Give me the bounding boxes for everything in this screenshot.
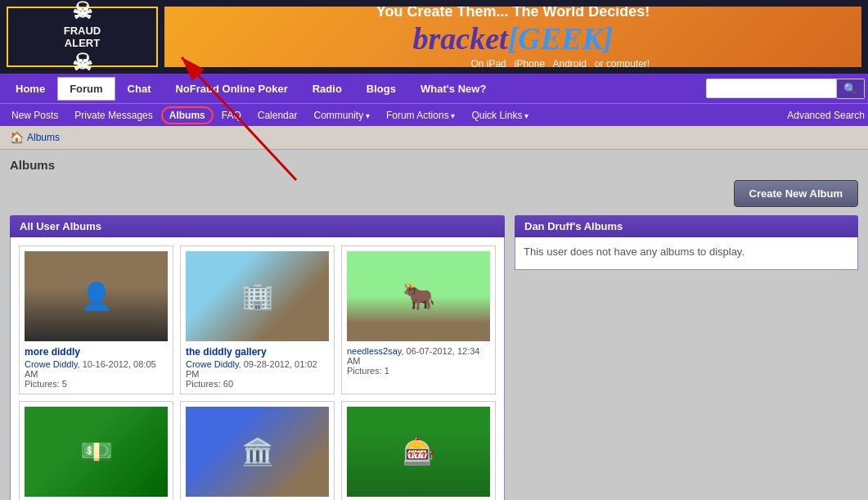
album-card[interactable]: 🏢 the diddly gallery Crowe Diddly, 09-28…	[180, 245, 335, 394]
page-title: Albums	[10, 158, 858, 172]
breadcrumb: 🏠 Albums	[0, 126, 868, 150]
subnav-community[interactable]: Community	[305, 106, 377, 124]
subnav-newposts[interactable]: New Posts	[3, 106, 66, 124]
nav-whatsnew[interactable]: What's New?	[408, 77, 498, 101]
my-albums-body: This user does not have any albums to di…	[515, 237, 858, 270]
search-button[interactable]: 🔍	[837, 79, 865, 99]
subnav-quicklinks-dropdown[interactable]: Quick Links	[463, 109, 537, 121]
subnav-privatemessages[interactable]: Private Messages	[66, 106, 160, 124]
album-meta: Crowe Diddly, 10-16-2012, 08:05 AM Pictu…	[25, 359, 168, 389]
album-thumbnail: 🐂	[347, 251, 490, 341]
nav-blogs[interactable]: Blogs	[354, 77, 408, 101]
subnav-calendar[interactable]: Calendar	[250, 106, 306, 124]
album-thumbnail: 🏢	[186, 251, 329, 341]
album-card[interactable]: 🐂 needless2say, 06-07-2012, 12:34 AM Pic…	[341, 245, 496, 394]
banner-ad[interactable]: You Create Them... The World Decides! br…	[164, 7, 861, 67]
album-thumbnail: 👤	[25, 251, 168, 341]
fraud-alert-box: ☠ FRAUDALERT ☠	[7, 7, 158, 67]
all-albums-header: All User Albums	[10, 215, 505, 237]
banner-brand: bracket[GEEK]	[376, 20, 650, 56]
my-albums-header: Dan Druff's Albums	[515, 215, 858, 237]
fraud-alert-skull2: ☠	[64, 49, 101, 76]
no-albums-message: This user does not have any albums to di…	[524, 245, 744, 258]
album-thumbnail: 🏛️	[186, 407, 329, 497]
subnav-faq[interactable]: FAQ	[214, 106, 250, 124]
nav-radio[interactable]: Radio	[300, 77, 354, 101]
subnav-forumactions-dropdown[interactable]: Forum Actions	[378, 109, 463, 121]
nav-poker[interactable]: NoFraud Online Poker	[163, 77, 299, 101]
album-thumb-icon: 🎰	[347, 407, 490, 497]
breadcrumb-albums-link[interactable]: Albums	[27, 132, 60, 143]
album-thumb-icon: 👤	[25, 251, 168, 341]
album-card[interactable]: 👤 more diddly Crowe Diddly, 10-16-2012, …	[19, 245, 173, 394]
album-card[interactable]: 🏛️ Chingos Trip	[180, 401, 335, 500]
album-thumbnail: 🎰	[347, 407, 490, 497]
album-thumbnail: 💵	[25, 407, 168, 497]
all-albums-section: All User Albums 👤 more diddly Crowe Didd…	[10, 215, 505, 500]
album-title: more diddly	[25, 346, 168, 358]
album-meta: Crowe Diddly, 09-28-2012, 01:02 PM Pictu…	[186, 359, 329, 389]
album-author: Crowe Diddly	[186, 359, 239, 369]
album-grid: 👤 more diddly Crowe Diddly, 10-16-2012, …	[19, 245, 496, 500]
album-pictures: Pictures: 5	[25, 379, 67, 389]
album-pictures: Pictures: 60	[186, 379, 233, 389]
subnav-quicklinks[interactable]: Quick Links	[463, 106, 537, 124]
main-navigation: Home Forum Chat NoFraud Online Poker Rad…	[0, 74, 868, 103]
home-icon: 🏠	[10, 131, 24, 144]
search-input[interactable]	[706, 79, 837, 98]
subnav-community-dropdown[interactable]: Community	[305, 109, 377, 121]
album-card[interactable]: 💵 Random mtnDew 04-06-...	[19, 401, 173, 500]
albums-layout: All User Albums 👤 more diddly Crowe Didd…	[10, 215, 858, 500]
all-albums-body: 👤 more diddly Crowe Diddly, 10-16-2012, …	[10, 237, 505, 500]
create-new-album-button[interactable]: Create New Album	[734, 180, 858, 207]
search-area: 🔍	[706, 79, 865, 99]
banner-tagline: You Create Them... The World Decides!	[376, 7, 650, 20]
nav-home[interactable]: Home	[3, 77, 57, 101]
album-card[interactable]: 🎰 Chip Porn PLOL, 03-06-2012, ...	[341, 401, 496, 500]
banner-platforms: On iPad iPhone Android or computer!	[376, 56, 650, 68]
create-album-btn-wrap: Create New Album	[10, 180, 858, 207]
album-thumb-icon: 💵	[25, 407, 168, 497]
nav-forum[interactable]: Forum	[57, 77, 115, 101]
fraud-alert-skull: ☠	[64, 0, 101, 25]
sub-navigation: New Posts Private Messages Albums FAQ Ca…	[0, 103, 868, 126]
fraud-alert-text: FRAUDALERT	[64, 25, 101, 49]
album-pictures: Pictures: 1	[347, 366, 389, 376]
nav-chat[interactable]: Chat	[115, 77, 164, 101]
album-title: the diddly gallery	[186, 346, 329, 358]
subnav-albums[interactable]: Albums	[161, 106, 214, 124]
album-thumb-icon: 🐂	[347, 251, 490, 341]
subnav-forumactions[interactable]: Forum Actions	[378, 106, 463, 124]
album-author: Crowe Diddly	[25, 359, 78, 369]
album-thumb-icon: 🏢	[186, 251, 329, 341]
my-albums-section: Dan Druff's Albums This user does not ha…	[515, 215, 858, 500]
advanced-search-link[interactable]: Advanced Search	[787, 110, 865, 121]
page-content: Albums Create New Album All User Albums	[0, 150, 868, 500]
album-meta: needless2say, 06-07-2012, 12:34 AM Pictu…	[347, 346, 490, 376]
album-thumb-icon: 🏛️	[186, 407, 329, 497]
album-author: needless2say	[347, 346, 401, 356]
